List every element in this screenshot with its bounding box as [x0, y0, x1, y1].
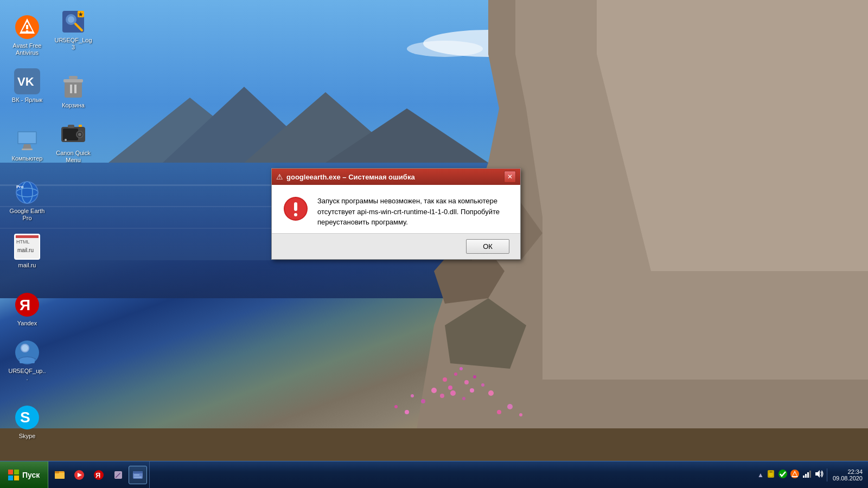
svg-rect-51 — [22, 149, 33, 150]
taskbar-explorer-button[interactable] — [50, 466, 69, 484]
desktop-icon-vk[interactable]: VK ВК - Ярлык — [5, 65, 49, 107]
dialog-title-text: googleearth.exe – Системная ошибка — [286, 173, 501, 181]
dialog-title-icon: ⚠ — [276, 172, 283, 181]
tray-avast-icon[interactable] — [790, 469, 800, 481]
computer-label: Компьютер — [12, 155, 43, 162]
desktop-icon-ur5eqf-log[interactable]: ★ UR5EQF_Log 3 — [52, 5, 95, 54]
vk-icon: VK — [14, 68, 40, 94]
skype-label: Skype — [19, 433, 36, 440]
svg-rect-90 — [294, 202, 297, 211]
svg-rect-58 — [15, 235, 39, 259]
ur5eqf-log-icon: ★ — [60, 9, 86, 35]
ur5eqf-log-label: UR5EQF_Log 3 — [54, 37, 93, 51]
clock-area[interactable]: 22:34 09.08.2020 — [827, 468, 863, 481]
system-tray: ▲ — [752, 461, 868, 488]
desktop-icon-recycle[interactable]: Корзина — [52, 70, 95, 112]
svg-rect-91 — [294, 213, 297, 216]
windows-logo-icon — [8, 470, 19, 480]
dialog-titlebar: ⚠ googleearth.exe – Системная ошибка ✕ — [272, 169, 520, 185]
svg-rect-86 — [79, 125, 82, 127]
svg-point-84 — [78, 133, 81, 136]
dialog-close-button[interactable]: ✕ — [504, 171, 516, 183]
svg-rect-60 — [16, 235, 39, 238]
clock-date: 09.08.2020 — [833, 475, 863, 481]
svg-rect-44 — [26, 25, 28, 29]
svg-rect-79 — [74, 85, 76, 93]
svg-rect-76 — [63, 79, 83, 82]
svg-rect-81 — [63, 129, 78, 140]
svg-rect-49 — [18, 132, 36, 143]
taskbar: Пуск Я — [0, 461, 868, 488]
dialog-body: Запуск программы невозможен, так как на … — [272, 185, 520, 233]
desktop-icon-avast[interactable]: Avast Free Antivirus — [5, 11, 49, 60]
taskbar-pencil-button[interactable] — [109, 466, 127, 484]
svg-rect-78 — [70, 85, 72, 93]
start-label: Пуск — [22, 471, 40, 479]
desktop-icon-canon[interactable]: Canon Quick Menu — [52, 118, 95, 167]
taskbar-active-window-button[interactable] — [129, 466, 147, 484]
svg-rect-45 — [26, 30, 28, 33]
vk-label: ВК - Ярлык — [12, 97, 42, 104]
clock-time: 22:34 — [847, 468, 863, 475]
svg-text:S: S — [20, 409, 30, 426]
avast-label: Avast Free Antivirus — [8, 42, 47, 56]
svg-rect-75 — [65, 81, 82, 98]
svg-rect-119 — [807, 472, 809, 478]
tray-expand-icon[interactable]: ▲ — [757, 471, 764, 479]
svg-text:Я: Я — [95, 471, 100, 479]
svg-text:Я: Я — [20, 297, 30, 313]
desktop-icon-mailru[interactable]: HTML mail.ru mail.ru — [5, 230, 49, 272]
taskbar-media-button[interactable] — [70, 466, 88, 484]
svg-rect-112 — [770, 471, 772, 473]
svg-marker-121 — [815, 470, 820, 478]
tray-usb-icon[interactable] — [766, 469, 776, 481]
desktop-icon-skype[interactable]: S Skype — [5, 401, 49, 443]
error-dialog: ⚠ googleearth.exe – Системная ошибка ✕ З… — [271, 168, 521, 260]
svg-rect-98 — [55, 471, 59, 473]
desktop: Avast Free Antivirus VK ВК - Ярлык — [0, 0, 868, 488]
svg-rect-117 — [803, 476, 805, 478]
svg-text:mail.ru: mail.ru — [17, 247, 34, 253]
svg-point-111 — [769, 472, 773, 477]
ur5eqf-up-label: UR5EQF_up... — [8, 368, 47, 382]
avast-icon — [14, 14, 40, 40]
svg-rect-94 — [8, 476, 13, 480]
tray-signal-icon[interactable] — [802, 469, 812, 481]
svg-rect-107 — [133, 471, 143, 473]
svg-point-87 — [65, 139, 67, 141]
desktop-icon-yandex[interactable]: Я Yandex — [5, 288, 49, 330]
google-earth-label: Google Earth Pro — [8, 208, 47, 222]
dialog-error-icon — [283, 196, 309, 222]
desktop-icon-computer[interactable]: Компьютер — [5, 124, 49, 165]
tray-volume-icon[interactable] — [814, 469, 824, 481]
svg-rect-66 — [20, 359, 35, 363]
dialog-footer: ОК — [272, 233, 520, 259]
svg-rect-77 — [69, 76, 78, 79]
dialog-ok-button[interactable]: ОК — [466, 239, 509, 254]
svg-marker-50 — [23, 144, 31, 149]
mailru-label: mail.ru — [18, 262, 36, 269]
svg-rect-92 — [8, 470, 13, 474]
svg-rect-85 — [68, 125, 74, 128]
svg-text:HTML: HTML — [16, 239, 30, 245]
svg-rect-118 — [805, 474, 807, 478]
svg-rect-95 — [14, 476, 19, 480]
svg-rect-109 — [134, 477, 142, 478]
start-button[interactable]: Пуск — [0, 461, 48, 488]
taskbar-quick-launch: Я — [48, 461, 150, 488]
desktop-icon-google-earth[interactable]: Pro Google Earth Pro — [5, 176, 49, 225]
ur5eqf-up-icon — [14, 339, 40, 365]
google-earth-icon: Pro — [14, 179, 40, 206]
desktop-icon-ur5eqf-up[interactable]: UR5EQF_up... — [5, 336, 49, 385]
yandex-label: Yandex — [17, 320, 37, 327]
svg-text:★: ★ — [78, 11, 84, 17]
taskbar-yandex-button[interactable]: Я — [90, 466, 108, 484]
skype-icon: S — [14, 404, 40, 431]
recycle-icon — [60, 74, 86, 100]
computer-icon — [14, 127, 40, 153]
tray-check-icon[interactable] — [778, 469, 788, 481]
svg-text:Pro: Pro — [16, 184, 23, 189]
yandex-icon: Я — [14, 292, 40, 318]
svg-point-72 — [68, 16, 74, 23]
canon-icon — [60, 121, 86, 147]
